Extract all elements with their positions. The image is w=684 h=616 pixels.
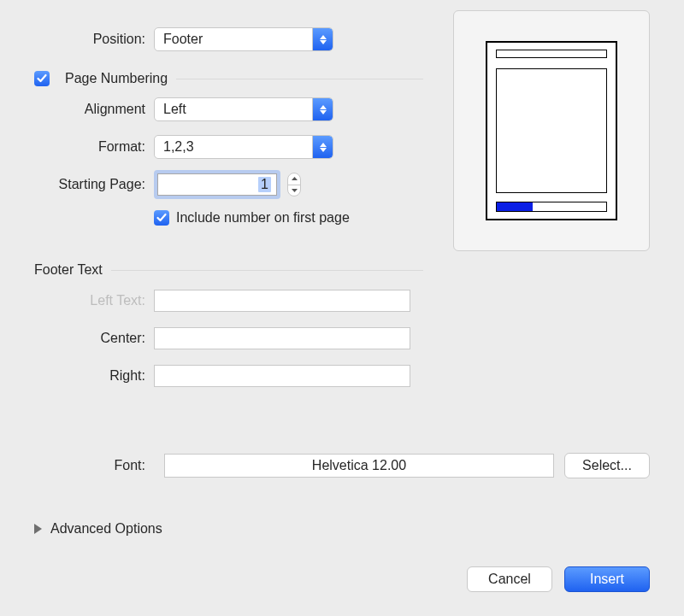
insert-button[interactable]: Insert — [564, 566, 650, 592]
center-text-input[interactable] — [154, 327, 410, 349]
footer-text-section-label: Footer Text — [34, 262, 103, 278]
select-font-button[interactable]: Select... — [564, 453, 650, 478]
preview-footer-left-highlight — [497, 202, 533, 211]
position-label: Position: — [34, 32, 154, 47]
page-numbering-label: Page Numbering — [65, 71, 168, 86]
starting-page-label: Starting Page: — [34, 177, 154, 192]
stepper-down-icon[interactable] — [288, 185, 300, 197]
divider — [111, 270, 423, 271]
divider — [176, 79, 423, 79]
starting-page-value: 1 — [258, 177, 271, 192]
right-text-label: Right: — [34, 368, 154, 384]
stepper-up-icon[interactable] — [288, 173, 300, 185]
popup-arrows-icon — [312, 136, 333, 158]
starting-page-input[interactable]: 1 — [157, 173, 277, 196]
format-label: Format: — [34, 139, 154, 155]
advanced-options-disclosure[interactable]: Advanced Options — [34, 521, 162, 537]
preview-body-box — [496, 68, 607, 193]
page-preview — [486, 41, 617, 220]
include-first-page-label: Include number on first page — [176, 210, 350, 226]
position-value: Footer — [163, 32, 312, 47]
font-label: Font: — [34, 458, 154, 473]
include-first-page-checkbox[interactable] — [154, 210, 169, 226]
popup-arrows-icon — [312, 98, 333, 120]
alignment-label: Alignment — [34, 102, 154, 117]
left-text-input[interactable] — [154, 290, 410, 312]
starting-page-stepper[interactable] — [287, 173, 301, 197]
format-popup[interactable]: 1,2,3 — [154, 135, 333, 159]
format-value: 1,2,3 — [163, 139, 312, 155]
preview-footer-box — [496, 202, 607, 212]
right-text-input[interactable] — [154, 365, 410, 387]
left-text-label: Left Text: — [34, 293, 154, 308]
center-text-label: Center: — [34, 331, 154, 346]
advanced-options-label: Advanced Options — [50, 521, 162, 537]
alignment-popup[interactable]: Left — [154, 97, 333, 121]
disclosure-triangle-icon — [34, 524, 42, 534]
position-popup[interactable]: Footer — [154, 27, 333, 51]
page-preview-panel — [453, 10, 650, 251]
page-numbering-checkbox[interactable] — [34, 71, 50, 86]
preview-header-box — [496, 50, 607, 58]
popup-arrows-icon — [312, 28, 333, 50]
cancel-button[interactable]: Cancel — [467, 566, 552, 592]
alignment-value: Left — [163, 102, 312, 117]
starting-page-focus-ring: 1 — [154, 170, 280, 199]
font-display: Helvetica 12.00 — [164, 454, 554, 478]
